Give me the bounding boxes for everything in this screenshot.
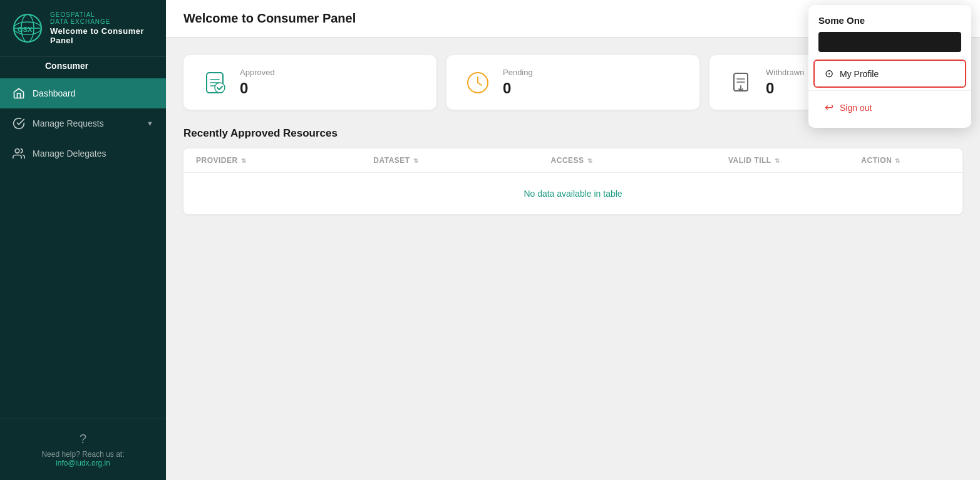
sidebar: GSX GEOSPATIALDATA EXCHANGE Welcome to C… (0, 0, 166, 480)
sort-icon-action: ⇅ (895, 157, 900, 164)
dropdown-username: Some One (808, 15, 971, 32)
pending-label: Pending (503, 68, 533, 77)
pending-icon (464, 69, 492, 97)
page-title: Welcome to Consumer Panel (183, 11, 356, 26)
approved-label: Approved (240, 68, 275, 77)
help-email[interactable]: info@iudx.org.in (56, 459, 110, 467)
app-name: Consumer (0, 57, 166, 71)
my-profile-item[interactable]: ⊙ My Profile (813, 60, 966, 88)
th-valid-till: VALID TILL ⇅ (728, 156, 861, 165)
approved-value: 0 (240, 80, 275, 97)
th-access: ACCESS ⇅ (551, 156, 728, 165)
main-content: Welcome to Consumer Panel 🌐 rs.iudx.io ›… (166, 0, 980, 480)
stat-card-approved: Approved 0 (183, 55, 436, 110)
sort-icon-access: ⇅ (587, 157, 593, 164)
sign-out-label: Sign out (840, 103, 872, 113)
sidebar-item-manage-delegates[interactable]: Manage Delegates (0, 138, 166, 169)
svg-text:GSX: GSX (18, 26, 33, 33)
gsx-logo: GSX (13, 13, 43, 43)
approved-icon (201, 69, 229, 97)
sidebar-footer: ? Need help? Reach us at: info@iudx.org.… (0, 419, 166, 480)
manage-delegates-label: Manage Delegates (33, 149, 106, 159)
pending-info: Pending 0 (503, 68, 533, 97)
withdrawn-info: Withdrawn 0 (766, 68, 804, 97)
sidebar-header: GSX GEOSPATIALDATA EXCHANGE Welcome to C… (0, 0, 166, 57)
dashboard-label: Dashboard (33, 88, 76, 98)
svg-point-5 (15, 149, 19, 154)
users-icon (13, 147, 25, 160)
no-data-text: No data available in table (524, 189, 622, 199)
sidebar-item-manage-requests[interactable]: Manage Requests ▼ (0, 108, 166, 138)
my-profile-label: My Profile (840, 69, 879, 79)
sort-icon-dataset: ⇅ (413, 157, 419, 164)
sort-icon-provider: ⇅ (241, 157, 247, 164)
resources-table: PROVIDER ⇅ DATASET ⇅ ACCESS ⇅ VALID TILL… (183, 149, 962, 214)
sort-icon-valid-till: ⇅ (775, 157, 780, 164)
approved-info: Approved 0 (240, 68, 275, 97)
help-text: Need help? Reach us at: (13, 450, 153, 459)
dropdown-email-bar (818, 32, 961, 52)
logo-subtitle: GEOSPATIALDATA EXCHANGE (50, 11, 153, 25)
sidebar-item-dashboard[interactable]: Dashboard (0, 78, 166, 108)
profile-icon: ⊙ (825, 67, 833, 80)
stat-card-pending: Pending 0 (446, 55, 699, 110)
dropdown-divider (808, 90, 971, 91)
sidebar-nav: Dashboard Manage Requests ▼ (0, 71, 166, 419)
th-action: ACTION ⇅ (861, 156, 950, 165)
resources-section-title: Recently Approved Resources (183, 127, 962, 140)
th-dataset: DATASET ⇅ (373, 156, 550, 165)
pending-value: 0 (503, 80, 533, 97)
withdrawn-value: 0 (766, 80, 804, 97)
th-provider: PROVIDER ⇅ (196, 156, 373, 165)
user-dropdown: Some One ⊙ My Profile ↩ Sign out (808, 5, 971, 128)
table-header: PROVIDER ⇅ DATASET ⇅ ACCESS ⇅ VALID TILL… (183, 149, 962, 173)
sidebar-app-title: Welcome to Consumer Panel (50, 26, 153, 45)
sign-out-icon: ↩ (825, 101, 833, 114)
withdrawn-icon (727, 69, 755, 97)
check-circle-icon (13, 117, 25, 130)
svg-point-7 (215, 83, 225, 93)
help-icon: ? (13, 432, 153, 446)
home-icon (13, 87, 25, 100)
chevron-down-icon: ▼ (147, 120, 153, 127)
withdrawn-label: Withdrawn (766, 68, 804, 77)
sign-out-item[interactable]: ↩ Sign out (813, 93, 966, 122)
table-body: No data available in table (183, 173, 962, 214)
manage-requests-label: Manage Requests (33, 118, 104, 128)
